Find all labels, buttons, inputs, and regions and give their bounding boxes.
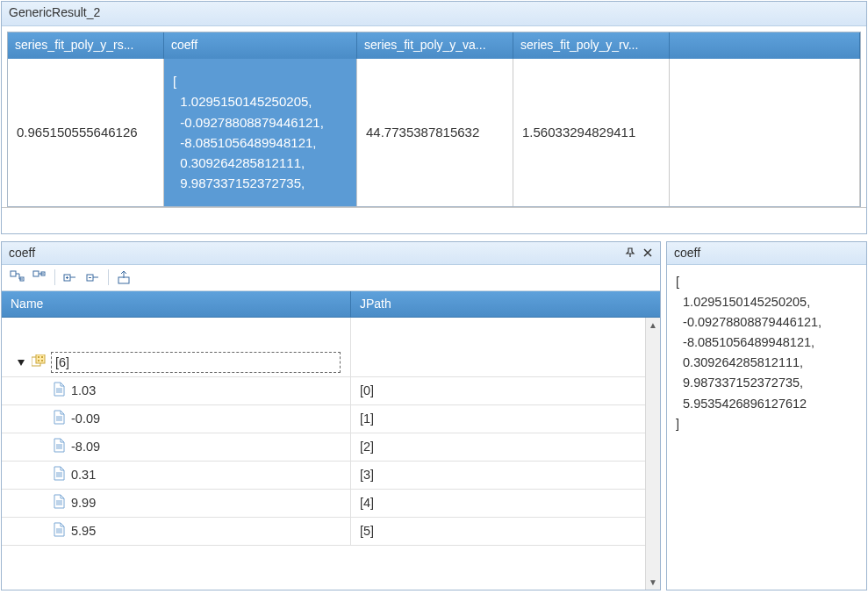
column-header-empty [670, 32, 860, 59]
expand-node-button[interactable] [61, 268, 80, 287]
document-icon [53, 522, 66, 540]
tree-leaf-jpath: [0] [351, 377, 645, 404]
svg-rect-8 [36, 354, 45, 363]
tree-body: [6] 1.03[0]-0.09[1]-8.09[2]0.31[3]9.99[4… [2, 318, 660, 590]
cell-coeff-value[interactable]: [ 1.0295150145250205, -0.092788088794461… [164, 59, 357, 206]
cell-va-value[interactable]: 44.7735387815632 [357, 59, 513, 206]
tree-root-label: [6] [55, 355, 69, 369]
tree-toolbar [2, 265, 660, 291]
tree-leaf-value: -0.09 [71, 412, 100, 426]
expand-all-button[interactable] [7, 268, 26, 287]
column-header-coeff[interactable]: coeff [164, 32, 357, 59]
column-header-rs[interactable]: series_fit_poly_y_rs... [8, 32, 164, 59]
top-results-panel: GenericResult_2 series_fit_poly_y_rs... … [1, 1, 867, 234]
tree-leaf-value: 9.99 [71, 496, 96, 510]
tree-panel-header: coeff [2, 242, 660, 265]
tree-scroll-area: [6] 1.03[0]-0.09[1]-8.09[2]0.31[3]9.99[4… [2, 318, 645, 590]
tree-leaf-row[interactable]: 5.95[5] [2, 518, 645, 546]
tree-blank-row [2, 318, 645, 349]
scroll-up-icon[interactable]: ▲ [646, 318, 660, 333]
scroll-down-icon[interactable]: ▼ [646, 575, 660, 590]
top-panel-footer-space [2, 207, 866, 233]
document-icon [53, 466, 66, 483]
export-button[interactable] [114, 268, 133, 287]
tree-leaf-row[interactable]: -8.09[2] [2, 433, 645, 462]
tree-grid-header: Name JPath [2, 291, 660, 318]
pin-icon[interactable] [621, 244, 639, 261]
document-icon [53, 494, 66, 512]
text-panel-header: coeff [667, 242, 866, 265]
svg-rect-12 [41, 360, 43, 361]
tree-leaf-row[interactable]: 0.31[3] [2, 462, 645, 490]
grid-data-row[interactable]: 0.965150555646126 [ 1.0295150145250205, … [8, 59, 860, 206]
bottom-area: coeff [1, 241, 867, 590]
collapse-node-button[interactable] [83, 268, 103, 287]
cell-coeff-array-text: [ 1.0295150145250205, -0.092788088794461… [173, 66, 324, 199]
expand-arrow-icon[interactable] [16, 357, 26, 368]
column-header-va[interactable]: series_fit_poly_y_va... [357, 32, 513, 59]
tree-leaf-row[interactable]: 1.03[0] [2, 377, 645, 405]
array-icon [32, 354, 46, 370]
tree-root-row[interactable]: [6] [2, 349, 645, 377]
tree-root-selected[interactable]: [6] [51, 352, 341, 373]
results-grid: series_fit_poly_y_rs... coeff series_fit… [7, 32, 861, 207]
svg-rect-2 [33, 271, 39, 276]
cell-rv-value[interactable]: 1.56033294829411 [513, 59, 670, 206]
tree-leaf-value: -8.09 [71, 440, 100, 454]
document-icon [53, 382, 66, 399]
tree-panel: coeff [1, 241, 661, 590]
svg-rect-11 [38, 360, 39, 361]
svg-rect-10 [41, 356, 43, 358]
text-panel: coeff [ 1.0295150145250205, -0.092788088… [666, 241, 867, 590]
tree-leaf-value: 0.31 [71, 468, 96, 482]
svg-rect-6 [118, 277, 129, 283]
tree-col-name[interactable]: Name [2, 291, 351, 317]
tree-panel-title: coeff [9, 246, 35, 260]
tree-col-jpath[interactable]: JPath [351, 291, 660, 317]
text-panel-body[interactable]: [ 1.0295150145250205, -0.092788088794461… [667, 265, 866, 590]
tree-leaf-row[interactable]: 9.99[4] [2, 490, 645, 518]
tree-leaf-value: 1.03 [71, 383, 96, 397]
close-icon[interactable] [639, 244, 656, 261]
tree-leaf-row[interactable]: -0.09[1] [2, 405, 645, 433]
document-icon [53, 438, 66, 455]
grid-header-row: series_fit_poly_y_rs... coeff series_fit… [8, 32, 860, 59]
tree-vertical-scrollbar[interactable]: ▲ ▼ [645, 318, 660, 590]
collapse-all-button[interactable] [30, 268, 49, 287]
cell-rs-value[interactable]: 0.965150555646126 [8, 59, 164, 206]
cell-empty [670, 59, 860, 206]
tree-leaf-jpath: [3] [351, 462, 645, 489]
tree-leaf-jpath: [2] [351, 433, 645, 461]
column-header-rv[interactable]: series_fit_poly_y_rv... [513, 32, 670, 59]
tree-leaf-jpath: [5] [351, 518, 645, 545]
tree-leaf-value: 5.95 [71, 524, 96, 538]
tree-leaf-jpath: [4] [351, 490, 645, 517]
svg-rect-9 [38, 356, 39, 358]
svg-rect-0 [11, 271, 16, 276]
top-panel-title: GenericResult_2 [2, 2, 866, 26]
tree-leaf-jpath: [1] [351, 405, 645, 433]
toolbar-separator [54, 269, 55, 285]
document-icon [53, 410, 66, 427]
toolbar-separator [108, 269, 109, 285]
text-panel-title: coeff [674, 246, 700, 260]
